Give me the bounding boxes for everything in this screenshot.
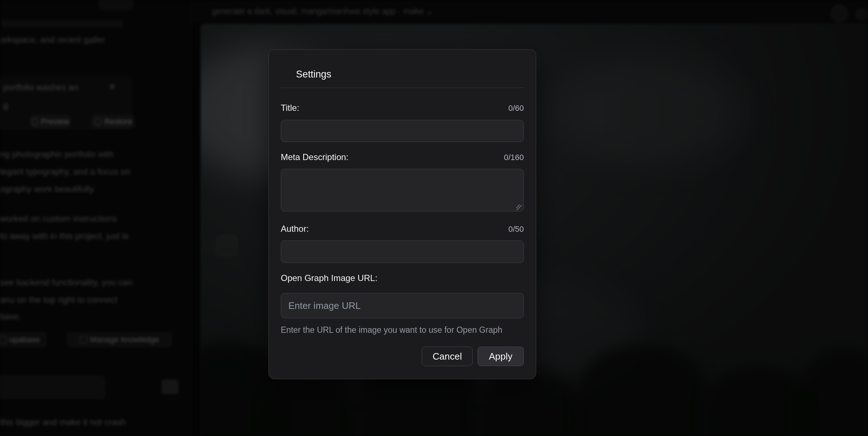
meta-description-label: Meta Description: bbox=[281, 152, 349, 162]
og-image-url-label: Open Graph Image URL: bbox=[281, 273, 377, 283]
author-input[interactable] bbox=[281, 240, 524, 263]
settings-modal: Settings Title: 0/60 Meta Description: 0… bbox=[268, 49, 536, 379]
divider bbox=[281, 88, 524, 88]
author-counter: 0/50 bbox=[508, 225, 524, 234]
modal-button-row: Cancel Apply bbox=[422, 347, 524, 366]
modal-title: Settings bbox=[296, 68, 331, 80]
field-row-meta-description: Meta Description: 0/160 bbox=[281, 152, 524, 162]
title-label: Title: bbox=[281, 103, 299, 113]
title-counter: 0/60 bbox=[508, 104, 524, 113]
apply-button[interactable]: Apply bbox=[477, 347, 524, 366]
field-row-author: Author: 0/50 bbox=[281, 224, 524, 234]
author-label: Author: bbox=[281, 224, 309, 234]
og-image-helper-text: Enter the URL of the image you want to u… bbox=[281, 325, 524, 335]
meta-description-textarea[interactable] bbox=[281, 169, 524, 211]
cancel-button[interactable]: Cancel bbox=[422, 347, 473, 366]
title-input[interactable] bbox=[281, 120, 524, 142]
field-row-og-image: Open Graph Image URL: bbox=[281, 273, 524, 283]
meta-description-counter: 0/160 bbox=[504, 153, 524, 162]
field-row-title: Title: 0/60 bbox=[281, 103, 524, 113]
og-image-url-input[interactable] bbox=[281, 293, 524, 318]
